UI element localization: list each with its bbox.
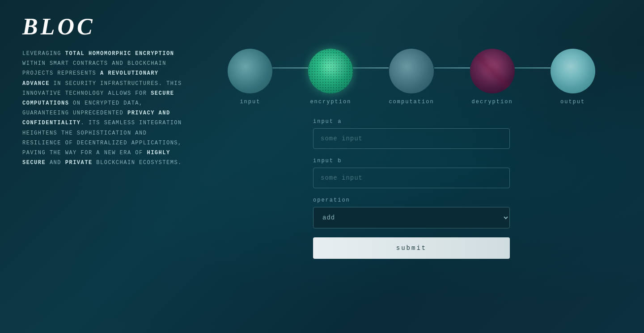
pipeline-label-encryption: encryption <box>310 99 351 105</box>
pipeline-step-output: output <box>551 49 595 105</box>
pipeline-connector-4 <box>515 67 551 68</box>
pipeline-step-computation: computation <box>389 49 434 105</box>
pipeline-connector-2 <box>353 67 389 68</box>
pipeline-step-encryption: encryption <box>308 49 353 105</box>
operation-select[interactable]: add subtract multiply <box>313 207 510 228</box>
description-text: LEVERAGING TOTAL HOMOMORPHIC ENCRYPTION … <box>22 49 183 168</box>
input-a-label: input a <box>313 118 510 125</box>
submit-button[interactable]: submit <box>313 237 510 259</box>
form-section: input a input b operation add subtract m… <box>313 114 510 259</box>
input-b-field[interactable] <box>313 168 510 188</box>
input-a-field[interactable] <box>313 128 510 149</box>
pipeline-circle-encryption <box>308 49 353 93</box>
pipeline-circle-decryption <box>470 49 515 93</box>
form-group-input-a: input a <box>313 118 510 149</box>
pipeline-step-input: input <box>228 49 272 105</box>
page-wrapper: BLOC LEVERAGING TOTAL HOMOMORPHIC ENCRYP… <box>0 0 644 333</box>
pipeline-step-decryption: decryption <box>470 49 515 105</box>
left-panel: LEVERAGING TOTAL HOMOMORPHIC ENCRYPTION … <box>22 44 183 320</box>
operation-label: operation <box>313 197 510 203</box>
pipeline-connector-1 <box>272 67 308 68</box>
pipeline-connector-3 <box>434 67 470 68</box>
header: BLOC <box>0 0 644 44</box>
input-b-label: input b <box>313 158 510 164</box>
pipeline-label-output: output <box>560 99 585 105</box>
main-content: LEVERAGING TOTAL HOMOMORPHIC ENCRYPTION … <box>0 44 644 333</box>
encryption-dots <box>308 49 353 93</box>
form-group-input-b: input b <box>313 158 510 188</box>
form-group-operation: operation add subtract multiply <box>313 197 510 228</box>
pipeline-label-decryption: decryption <box>472 99 513 105</box>
pipeline: input encryption computation <box>201 44 622 114</box>
logo: BLOC <box>22 13 95 40</box>
pipeline-label-computation: computation <box>389 99 434 105</box>
pipeline-circle-computation <box>389 49 434 93</box>
pipeline-circle-output <box>551 49 595 93</box>
pipeline-circle-input <box>228 49 272 93</box>
right-panel: input encryption computation <box>201 44 622 320</box>
pipeline-label-input: input <box>240 99 260 105</box>
